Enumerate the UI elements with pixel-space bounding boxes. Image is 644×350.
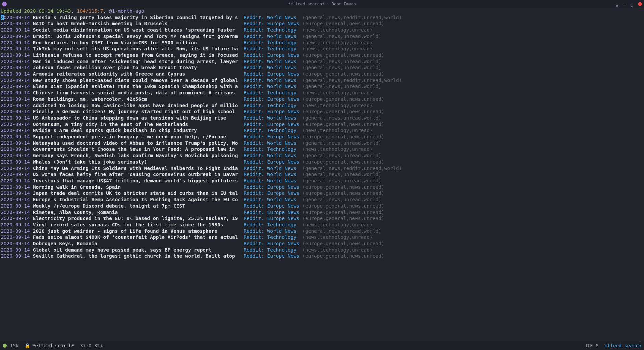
entry-date: 2020-09-14 [1,140,30,146]
entry-title: Morning walk in Granada, Spain [33,184,241,190]
entry-row[interactable]: 2020-09-14 Feds seize almost $400K of 'c… [1,234,643,240]
entry-row[interactable]: 2020-09-14 Japan trade deal commits UK t… [1,190,643,196]
entry-tags: (general,news,unread,world) [302,84,381,89]
entry-count: 104/115:7 [77,8,103,14]
entry-tags: (general,news,unread,world) [302,140,381,146]
entry-tags: (general,news,reddit,unread,world) [302,166,402,171]
entry-title: Dobrogea Keys, Romania [33,241,241,246]
entry-row[interactable]: 2020-09-14 Germany says French, Swedish … [1,152,643,159]
entry-date: 2020-09-14 [1,27,30,33]
entry-row[interactable]: 2020-09-14 Brexit: Boris Johnson's speci… [1,33,643,40]
entry-feed: Reddit: World News [244,178,300,183]
entry-row[interactable]: 2020-09-14 Governments Shouldn't Choose … [1,146,643,152]
entry-row[interactable]: 2020-09-14 Rimetea, Alba County, Romania… [1,209,643,216]
entry-row[interactable]: 2020-09-14 Netanyahu used doctored video… [1,140,643,146]
entry-row[interactable]: 2020-09-14 Whales (Don't take this joke … [1,159,643,165]
entry-date: 2020-09-14 [1,222,30,227]
entry-date: 2020-09-14 [1,234,30,240]
entry-date: 2020-09-14 [1,159,30,165]
entry-title: Germany says French, Swedish labs confir… [33,153,241,158]
entry-title: Red Ventures to buy CNET from ViacomCBS … [33,40,241,45]
maximize-button[interactable]: ▢ [631,2,635,6]
entry-date: 2020-09-14 [1,197,30,202]
emacs-icon [2,2,7,6]
entry-row[interactable]: 2020-09-14 Nvidia's Arm deal sparks quic… [1,127,643,134]
entry-tags: (europe,general,news,unread) [302,52,384,58]
entry-row[interactable]: 2020-09-14 Finally a German citizen! My … [1,108,643,115]
close-button[interactable] [638,2,642,6]
entry-row[interactable]: 2020-09-14 Lithuania refuses to accept r… [1,52,643,58]
entry-row[interactable]: 2020-09-14 Investors that manage US$47 t… [1,178,643,184]
entry-list[interactable]: 2020-09-14 Russia's ruling party loses m… [1,14,643,259]
entry-feed: Reddit: Europe News [244,21,300,26]
entry-feed: Reddit: World News [244,166,300,171]
entry-title: Nvidia's Arm deal sparks quick backlash … [33,128,241,133]
entry-row[interactable]: 2020-09-14 2020 just got weirder - signs… [1,228,643,234]
entry-feed: Reddit: Technology [244,90,300,95]
entry-row[interactable]: 2020-09-14 New study shows plant-based d… [1,77,643,84]
entry-row[interactable]: 2020-09-14 Seville Cathedral, the larges… [1,253,643,259]
entry-title: Governments Shouldn't Choose the News in… [33,146,241,152]
entry-row[interactable]: 2020-09-14 Armenia reiterates solidarity… [1,71,643,77]
entry-row[interactable]: 2020-09-14 US Ambassador to China steppi… [1,115,643,121]
entry-tags: (general,news,unread,world) [302,172,381,177]
entry-row[interactable]: 2020-09-14 Social media disinformation o… [1,27,643,33]
entry-title: Rome buildings, me, watercolor, 42x56cm [33,96,241,102]
keep-above-button[interactable]: ▲ [616,2,620,6]
entry-row[interactable]: 2020-09-14 Weekly /r/europe Discord deba… [1,203,643,209]
entry-tags: (europe,general,news,unread) [302,216,384,221]
entry-tags: (europe,general,news,unread) [302,109,384,114]
entry-feed: Reddit: Technology [244,247,300,253]
entry-row[interactable]: 2020-09-14 TikTok may not sell its US op… [1,46,643,52]
entry-row[interactable]: 2020-09-14 Man in induced coma after 'si… [1,58,643,65]
entry-row[interactable]: 2020-09-14 Morning walk in Granada, Spai… [1,184,643,190]
entry-tags: (news,technology,unread) [302,103,373,108]
entry-date: 2020-09-14 [1,210,30,215]
entry-row[interactable]: 2020-09-14 China May Be Arming Its Soldi… [1,165,643,172]
entry-row[interactable]: 2020-09-14 Chinese firm harvests social … [1,90,643,96]
entry-tags: (general,news,unread,world) [302,197,381,202]
entry-title: US woman faces hefty fine after 'causing… [33,172,241,177]
entry-date: 2020-09-14 [1,134,30,139]
entry-feed: Reddit: Technology [244,128,300,133]
modeline: 15k 🔒 *elfeed-search* 37:0 32% UTF-8 elf… [0,341,644,350]
entry-row[interactable]: 2020-09-14 Electricity produced in the E… [1,215,643,222]
entry-row[interactable]: 2020-09-14 Russia's ruling party loses m… [1,14,643,21]
cursor-position: 37:0 32% [80,343,103,349]
entry-row[interactable]: 2020-09-14 Dobrogea Keys, Romania Reddit… [1,240,643,247]
entry-feed: Reddit: Technology [244,222,300,227]
entry-row[interactable]: 2020-09-14 Vinyl record sales surpass CD… [1,222,643,228]
entry-feed: Reddit: Europe News [244,210,300,215]
entry-date: 2020-09-14 [1,78,30,83]
entry-tags: (general,news,unread,world) [302,65,381,70]
major-mode: elfeed-search [604,343,641,349]
entry-feed: Reddit: Europe News [244,52,300,58]
entry-title: Feds seize almost $400K of 'counterfeit … [33,234,241,240]
entry-row[interactable]: 2020-09-14 Support independent press in … [1,134,643,140]
buffer-content[interactable]: Updated 2020-09-14 19:43, 104/115:7, @1-… [0,8,644,259]
entry-row[interactable]: 2020-09-14 Elena Diaz (Spanish athlete) … [1,83,643,90]
entry-row[interactable]: 2020-09-14 Addicted to losing: How casin… [1,102,643,109]
entry-row[interactable]: 2020-09-14 US woman faces hefty fine aft… [1,171,643,178]
minimize-button[interactable]: — [623,2,627,6]
entry-tags: (europe,general,news,unread) [302,96,384,102]
entry-row[interactable]: 2020-09-14 Europe's Industrial Hemp Asso… [1,196,643,203]
entry-feed: Reddit: Europe News [244,203,300,209]
entry-feed: Reddit: Europe News [244,159,300,165]
entry-row[interactable]: 2020-09-14 NATO to host Greek-Turkish me… [1,20,643,27]
entry-title: Investors that manage US$47 trillion, de… [33,178,241,183]
window-title: *elfeed-search* – Doom Emacs [288,1,356,7]
entry-row[interactable]: 2020-09-14 Johnson faces rebellion over … [1,64,643,71]
entry-title: Lithuania refuses to accept refugees fro… [33,52,241,58]
entry-feed: Reddit: Technology [244,234,300,240]
entry-title: Whales (Don't take this joke seriously) [33,159,241,165]
entry-tags: (europe,general,news,unread) [302,122,384,127]
entry-date: 2020-09-14 [1,122,30,127]
entry-date: 2020-09-14 [1,228,30,234]
entry-row[interactable]: 2020-09-14 Red Ventures to buy CNET from… [1,40,643,46]
entry-row[interactable]: 2020-09-14 Rome buildings, me, watercolo… [1,96,643,102]
entry-tags: (general,news,unread,world) [302,115,381,121]
entry-row[interactable]: 2020-09-14 Global oil demand may have pa… [1,247,643,253]
entry-row[interactable]: 2020-09-14 Ootmarsum, a tiny city in the… [1,121,643,128]
entry-feed: Reddit: Europe News [244,253,300,259]
